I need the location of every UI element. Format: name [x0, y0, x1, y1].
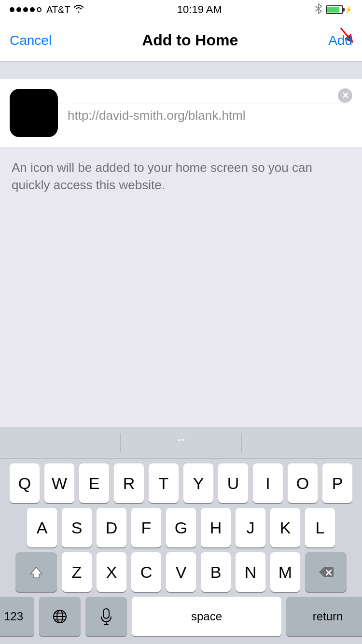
signal-dot-1 [10, 7, 14, 12]
key-P[interactable]: P [322, 463, 352, 503]
key-K[interactable]: K [270, 508, 300, 547]
key-L[interactable]: L [305, 508, 335, 547]
status-left: AT&T [10, 4, 84, 15]
wifi-icon [73, 4, 84, 15]
keyboard-rows: Q W E R T Y U I O P A S D F G H J K L [0, 459, 362, 644]
num-key[interactable]: 123 [0, 597, 34, 636]
suggestion-quotes: “” [178, 436, 185, 448]
key-row-3: Z X C V B N M [3, 552, 359, 592]
charging-icon: ⚡ [344, 6, 352, 14]
key-C[interactable]: C [131, 552, 161, 592]
signal-dot-3 [23, 7, 28, 12]
svg-rect-10 [103, 609, 109, 618]
key-row-1: Q W E R T Y U I O P [3, 463, 359, 503]
keyboard-suggestions-bar: “” [0, 427, 362, 459]
globe-key[interactable] [39, 597, 81, 636]
key-S[interactable]: S [62, 508, 92, 547]
suggestion-center[interactable]: “” [121, 436, 241, 449]
key-V[interactable]: V [166, 552, 196, 592]
bluetooth-icon [315, 3, 322, 16]
space-key[interactable]: space [132, 597, 281, 636]
key-Z[interactable]: Z [62, 552, 92, 592]
nav-title: Add to Home [142, 31, 238, 49]
delete-key[interactable] [305, 552, 347, 592]
key-E[interactable]: E [79, 463, 109, 503]
key-row-2: A S D F G H J K L [3, 508, 359, 547]
battery-indicator: ⚡ [326, 5, 352, 14]
signal-dot-4 [30, 7, 35, 12]
key-Y[interactable]: Y [183, 463, 213, 503]
url-row: ✕ [0, 79, 362, 147]
status-bar: AT&T 10:19 AM ⚡ [0, 0, 362, 19]
key-O[interactable]: O [288, 463, 318, 503]
svg-marker-2 [30, 567, 42, 578]
signal-dots [10, 7, 42, 12]
url-input-area: ✕ [68, 103, 352, 123]
key-D[interactable]: D [97, 508, 126, 547]
key-F[interactable]: F [131, 508, 161, 547]
description-area: An icon will be added to your home scree… [0, 147, 362, 311]
clear-button[interactable]: ✕ [338, 88, 352, 103]
key-R[interactable]: R [114, 463, 144, 503]
key-N[interactable]: N [236, 552, 265, 592]
add-button-wrapper: Add [328, 33, 352, 48]
carrier-label: AT&T [46, 4, 70, 15]
key-Q[interactable]: Q [10, 463, 40, 503]
return-key[interactable]: return [286, 597, 362, 636]
key-G[interactable]: G [166, 508, 196, 547]
key-T[interactable]: T [149, 463, 179, 503]
shift-key[interactable] [15, 552, 57, 592]
cancel-button[interactable]: Cancel [10, 33, 52, 48]
status-time: 10:19 AM [177, 3, 222, 16]
key-J[interactable]: J [236, 508, 265, 547]
url-input[interactable] [68, 103, 352, 123]
suggestion-divider-2 [241, 433, 242, 452]
add-button[interactable]: Add [328, 33, 352, 48]
key-B[interactable]: B [201, 552, 231, 592]
description-text: An icon will be added to your home scree… [12, 159, 350, 194]
key-I[interactable]: I [253, 463, 283, 503]
key-X[interactable]: X [97, 552, 126, 592]
signal-dot-5 [37, 7, 42, 12]
key-U[interactable]: U [218, 463, 248, 503]
key-row-4: 123 space return [3, 597, 359, 636]
key-M[interactable]: M [270, 552, 300, 592]
signal-dot-2 [16, 7, 21, 12]
separator-top [0, 62, 362, 79]
key-A[interactable]: A [27, 508, 57, 547]
keyboard: “” Q W E R T Y U I O P A S D F G H J K [0, 427, 362, 644]
navigation-bar: Cancel Add to Home Add [0, 19, 362, 62]
status-right: ⚡ [315, 3, 352, 16]
key-W[interactable]: W [44, 463, 74, 503]
mic-key[interactable] [85, 597, 127, 636]
key-H[interactable]: H [201, 508, 231, 547]
app-icon [10, 89, 58, 137]
